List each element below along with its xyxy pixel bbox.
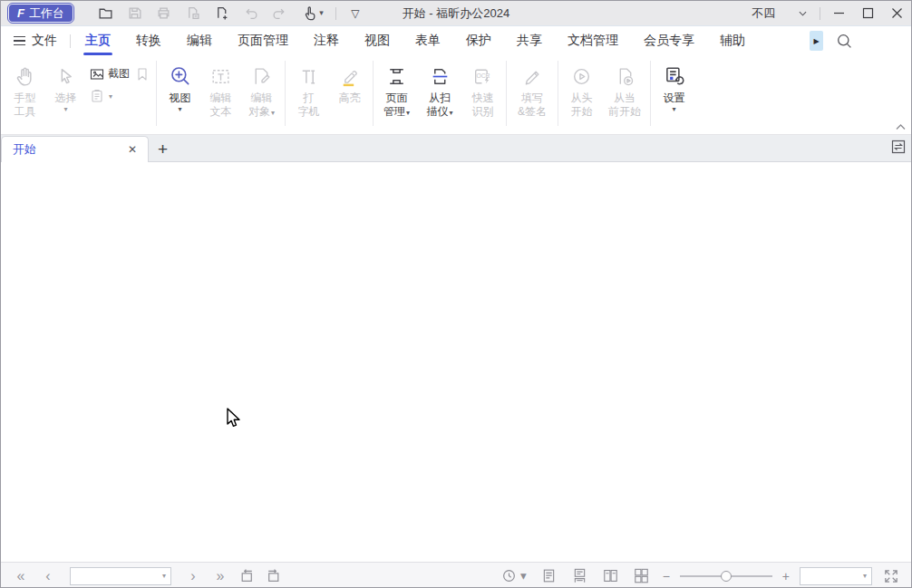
continuous-facing-view-button[interactable] bbox=[630, 567, 653, 584]
view-button[interactable]: 视图 ▾ bbox=[160, 59, 200, 113]
chevron-down-icon bbox=[799, 11, 807, 16]
menubar-right: ▶ bbox=[810, 31, 911, 51]
menu-tab-assist[interactable]: 辅助 bbox=[707, 26, 758, 55]
user-account-button[interactable]: 不四 bbox=[742, 5, 816, 22]
previous-view-button[interactable] bbox=[237, 568, 257, 583]
save-button[interactable] bbox=[122, 3, 148, 24]
bookmark-icon bbox=[135, 67, 150, 82]
select-button[interactable]: 选择 ▾ bbox=[45, 59, 86, 113]
copy-page-button[interactable] bbox=[180, 3, 206, 24]
hand-tool-button[interactable]: 手型 工具 bbox=[5, 59, 45, 119]
last-page-button[interactable]: » bbox=[209, 569, 231, 583]
menu-file[interactable]: 文件 bbox=[1, 26, 68, 55]
collapse-ribbon-button[interactable] bbox=[896, 124, 906, 130]
customize-toolbar-button[interactable]: ▽ bbox=[343, 3, 368, 24]
typewriter-button[interactable]: 打 字机 bbox=[288, 59, 329, 119]
next-view-icon bbox=[266, 568, 281, 583]
undo-button[interactable] bbox=[238, 3, 264, 24]
play-from-beginning-label-1: 从头 bbox=[571, 92, 593, 105]
continuous-view-button[interactable] bbox=[568, 567, 591, 584]
menu-bar: 文件 主页 转换 编辑 页面管理 注释 视图 表单 保护 共享 文档管理 会员专… bbox=[1, 26, 911, 55]
hamburger-icon bbox=[14, 36, 25, 46]
zoom-level-input[interactable]: ▾ bbox=[800, 567, 872, 585]
close-tab-button[interactable]: ✕ bbox=[124, 141, 141, 158]
dropdown-arrow-icon: ▾ bbox=[271, 109, 275, 117]
play-from-current-button[interactable]: 从当 前开始 bbox=[602, 59, 647, 119]
hand-icon bbox=[14, 61, 36, 92]
continuous-page-icon bbox=[571, 567, 588, 584]
document-tab-label: 开始 bbox=[13, 141, 119, 158]
menu-tab-member[interactable]: 会员专享 bbox=[631, 26, 707, 55]
menu-tab-edit[interactable]: 编辑 bbox=[174, 26, 225, 55]
paste-button[interactable]: ▾ bbox=[90, 89, 112, 103]
menu-overflow-button[interactable]: ▶ bbox=[810, 31, 823, 51]
menu-tab-share[interactable]: 共享 bbox=[504, 26, 555, 55]
edit-text-icon bbox=[209, 61, 232, 92]
next-page-button[interactable]: › bbox=[182, 569, 204, 583]
zoom-out-icon: − bbox=[663, 569, 670, 583]
menu-tab-page-management[interactable]: 页面管理 bbox=[225, 26, 301, 55]
page-management-button[interactable]: 页面 管理▾ bbox=[376, 59, 417, 120]
close-icon: ✕ bbox=[128, 143, 137, 156]
zoom-slider-handle[interactable] bbox=[721, 571, 732, 582]
print-button[interactable] bbox=[151, 3, 177, 24]
menu-tab-view[interactable]: 视图 bbox=[352, 26, 403, 55]
bookmark-button[interactable] bbox=[135, 67, 150, 82]
edit-text-button[interactable]: 编辑 文本 bbox=[200, 59, 241, 119]
ribbon-separator bbox=[558, 61, 558, 126]
file-label: 文件 bbox=[32, 33, 57, 49]
quick-ocr-label-2: 识别 bbox=[472, 105, 494, 119]
user-name: 不四 bbox=[752, 5, 775, 22]
snapshot-button[interactable]: 截图 bbox=[90, 66, 130, 82]
previous-page-button[interactable]: ‹ bbox=[37, 569, 59, 583]
facing-view-button[interactable] bbox=[599, 567, 622, 584]
edit-object-button[interactable]: 编辑 对象▾ bbox=[241, 59, 282, 120]
search-icon bbox=[836, 33, 853, 50]
menu-tab-comment[interactable]: 注释 bbox=[301, 26, 352, 55]
single-page-icon bbox=[540, 567, 558, 584]
next-view-button[interactable] bbox=[263, 568, 284, 583]
page-number-input[interactable]: ▾ bbox=[70, 567, 171, 585]
fill-sign-button[interactable]: 填写 &签名 bbox=[509, 59, 555, 119]
close-button[interactable] bbox=[882, 1, 911, 26]
menu-tab-protect[interactable]: 保护 bbox=[453, 26, 504, 55]
open-file-button[interactable] bbox=[93, 3, 119, 24]
document-tab-start[interactable]: 开始 ✕ bbox=[1, 136, 149, 162]
new-page-button[interactable] bbox=[209, 3, 235, 24]
play-from-beginning-button[interactable]: 从头 开始 bbox=[561, 59, 602, 119]
settings-button[interactable]: 设置 ▾ bbox=[654, 59, 694, 113]
touch-mode-button[interactable]: ▾ bbox=[296, 3, 329, 24]
zoom-slider[interactable] bbox=[680, 570, 772, 583]
workbench-button[interactable]: F 工作台 bbox=[8, 4, 73, 23]
search-button[interactable] bbox=[836, 33, 853, 50]
auto-scroll-button[interactable]: ▾ bbox=[499, 568, 529, 583]
document-play-icon bbox=[614, 61, 636, 92]
highlight-button[interactable]: 高亮 bbox=[329, 59, 370, 113]
fill-sign-pen-icon bbox=[521, 61, 544, 92]
play-circle-icon bbox=[570, 61, 593, 92]
menu-tab-document-management[interactable]: 文档管理 bbox=[555, 26, 631, 55]
quick-access-toolbar: ▾ ▽ bbox=[93, 3, 368, 24]
minimize-button[interactable] bbox=[824, 1, 853, 26]
menu-separator bbox=[70, 34, 71, 48]
menu-tab-form[interactable]: 表单 bbox=[403, 26, 453, 55]
maximize-button[interactable] bbox=[853, 1, 882, 26]
fullscreen-button[interactable] bbox=[880, 568, 902, 584]
from-scanner-button[interactable]: 从扫 描仪▾ bbox=[417, 59, 462, 120]
close-icon bbox=[891, 7, 903, 19]
dropdown-arrow-icon: ▾ bbox=[63, 105, 67, 113]
page-plus-icon bbox=[214, 5, 229, 21]
quick-ocr-button[interactable]: OCR 快速 识别 bbox=[462, 59, 503, 119]
redo-button[interactable] bbox=[267, 3, 293, 24]
tab-list-button[interactable] bbox=[890, 139, 907, 155]
new-tab-button[interactable]: + bbox=[149, 140, 177, 161]
single-page-view-button[interactable] bbox=[538, 567, 560, 584]
menu-tab-convert[interactable]: 转换 bbox=[123, 26, 174, 55]
zoom-out-button[interactable]: − bbox=[661, 570, 672, 583]
ribbon-toolbar: 手型 工具 选择 ▾ 截图 bbox=[1, 55, 911, 135]
first-page-button[interactable]: « bbox=[10, 569, 32, 583]
dropdown-arrow-icon: ▾ bbox=[406, 109, 410, 117]
app-window: F 工作台 bbox=[0, 0, 912, 588]
zoom-in-button[interactable]: + bbox=[781, 570, 791, 583]
menu-tab-home[interactable]: 主页 bbox=[73, 26, 123, 55]
